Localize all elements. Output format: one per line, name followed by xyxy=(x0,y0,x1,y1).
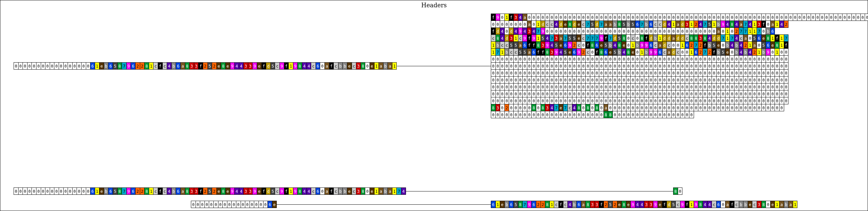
hex-nibble: 2 xyxy=(734,28,739,35)
hex-nibble: 0 xyxy=(644,13,649,21)
hex-nibble: 0 xyxy=(590,83,595,91)
hex-nibble: a xyxy=(180,62,185,70)
hex-nibble: 0 xyxy=(617,28,622,35)
hex-nibble: 5 xyxy=(630,21,636,28)
hex-nibble: 0 xyxy=(662,97,667,104)
hex-nibble: d xyxy=(662,41,667,49)
hex-nibble: 3 xyxy=(554,34,559,42)
hex-nibble: 0 xyxy=(545,90,550,97)
hex-nibble: 0 xyxy=(653,76,658,83)
hex-nibble: 0 xyxy=(712,55,717,63)
hex-nibble: 0 xyxy=(599,83,604,91)
hex-nibble: b xyxy=(707,41,712,49)
hex-nibble: 0 xyxy=(649,97,654,104)
hex-nibble: b xyxy=(504,201,509,208)
edge-row1-to-grid-h xyxy=(397,66,491,66)
hex-nibble: 0 xyxy=(685,111,690,118)
hex-nibble: 0 xyxy=(491,21,496,28)
hex-nibble: 0 xyxy=(743,76,748,83)
hex-nibble: 0 xyxy=(536,97,541,104)
hex-nibble: 0 xyxy=(707,55,712,63)
hex-nibble: 0 xyxy=(680,97,685,104)
hex-nibble: 0 xyxy=(365,62,370,70)
hex-nibble: 4 xyxy=(666,21,672,28)
hex-nibble: c xyxy=(657,21,662,28)
hex-nibble: 0 xyxy=(531,21,536,28)
hex-nibble: 3 xyxy=(757,21,762,28)
hex-nibble: 4 xyxy=(307,62,312,70)
hex-nibble: 0 xyxy=(31,62,36,70)
hex-nibble: 0 xyxy=(657,97,662,104)
hex-nibble: 0 xyxy=(698,13,703,21)
hex-nibble: f xyxy=(540,48,546,56)
hex-nibble: 1 xyxy=(757,48,762,56)
hex-nibble: f xyxy=(261,187,267,195)
hex-nibble: 0 xyxy=(567,83,572,91)
hex-nibble: 5 xyxy=(563,48,568,56)
hex-nibble: 0 xyxy=(766,13,771,21)
hex-nibble: b xyxy=(617,48,622,56)
hex-nibble: 0 xyxy=(703,28,708,35)
hex-nibble: 0 xyxy=(617,90,622,97)
hex-nibble: c xyxy=(653,21,658,28)
hex-nibble: 0 xyxy=(761,69,766,76)
hex-nibble: 0 xyxy=(590,69,595,76)
hex-nibble: 0 xyxy=(720,62,725,70)
hex-nibble: 0 xyxy=(504,28,509,35)
hex-nibble: 8 xyxy=(608,111,613,118)
hex-nibble: 7 xyxy=(563,104,568,111)
hex-nibble: 9 xyxy=(522,34,527,42)
hex-nibble: 7 xyxy=(536,28,541,35)
hex-nibble: 0 xyxy=(603,55,609,63)
hex-nibble: 0 xyxy=(662,69,667,76)
hex-nibble: 0 xyxy=(626,28,631,35)
hex-nibble: 0 xyxy=(545,83,550,91)
hex-nibble: 0 xyxy=(689,83,694,91)
hex-nibble: a xyxy=(725,201,730,208)
hex-nibble: 0 xyxy=(770,76,775,83)
hex-nibble: 0 xyxy=(613,69,617,76)
hex-nibble: 2 xyxy=(707,48,712,56)
hex-nibble: 0 xyxy=(576,13,581,21)
hex-nibble: 0 xyxy=(504,83,509,91)
hex-nibble: 6 xyxy=(509,201,514,208)
hex-nibble: a xyxy=(518,41,523,49)
hex-nibble: 0 xyxy=(689,97,694,104)
hex-nibble: 0 xyxy=(572,111,577,118)
hex-nibble: 4 xyxy=(554,21,559,28)
hex-nibble: 0 xyxy=(676,111,680,118)
hex-nibble: 5 xyxy=(613,48,617,56)
hex-nibble: c xyxy=(712,201,717,208)
hex-nibble: 1 xyxy=(752,21,757,28)
hex-nibble: 0 xyxy=(676,90,680,97)
hex-nibble: e xyxy=(257,187,262,195)
hex-nibble: 0 xyxy=(495,62,500,70)
hex-nibble: 5 xyxy=(720,48,725,56)
hex-nibble: 2 xyxy=(698,48,703,56)
hex-nibble: 0 xyxy=(531,97,536,104)
hex-nibble: 0 xyxy=(572,69,577,76)
hex-nibble: 0 xyxy=(504,69,509,76)
hex-nibble: b xyxy=(739,201,744,208)
hex-nibble: 0 xyxy=(743,55,748,63)
hex-nibble: 0 xyxy=(572,90,577,97)
hex-nibble: 0 xyxy=(595,83,599,91)
hex-nibble: 1 xyxy=(752,28,757,35)
hex-nibble: 0 xyxy=(680,13,685,21)
hex-nibble: 8 xyxy=(117,187,122,195)
hex-nibble: c xyxy=(653,41,658,49)
hex-nibble: 7 xyxy=(590,34,595,42)
hex-nibble: e xyxy=(558,41,563,49)
hex-nibble: 2 xyxy=(212,187,217,195)
hex-nibble: 0 xyxy=(653,28,658,35)
hex-nibble: 0 xyxy=(527,104,532,111)
hex-nibble: 0 xyxy=(630,62,636,70)
hex-nibble: 0 xyxy=(222,201,227,208)
hex-nibble: f xyxy=(558,201,563,208)
hex-nibble: 0 xyxy=(540,69,546,76)
hex-nibble: 0 xyxy=(707,69,712,76)
hex-nibble: 0 xyxy=(640,104,645,111)
hex-nibble: 0 xyxy=(685,62,690,70)
hex-nibble: 0 xyxy=(689,28,694,35)
hex-nibble: 9 xyxy=(640,41,645,49)
